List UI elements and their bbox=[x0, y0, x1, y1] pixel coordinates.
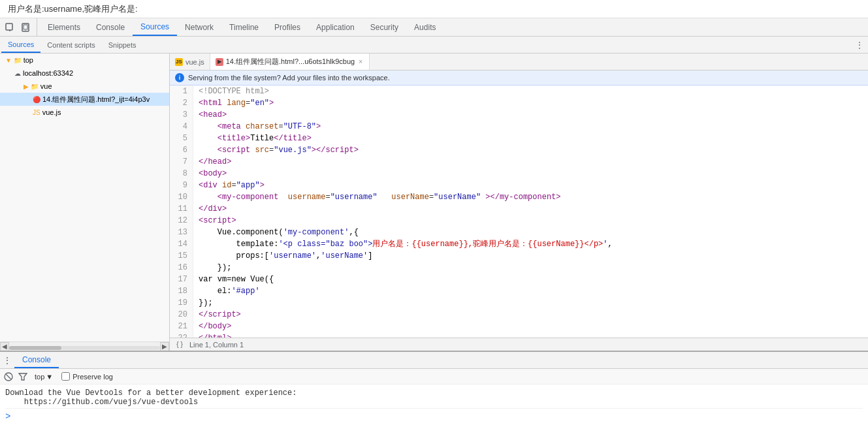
line-number-6: 6 bbox=[175, 144, 187, 156]
sources-tab-more-btn[interactable]: ⋮ bbox=[852, 38, 867, 52]
code-line-1: <!DOCTYPE html> bbox=[199, 86, 863, 97]
tree-nav-left[interactable]: ◀ bbox=[0, 342, 9, 351]
file-tree-bottom: ◀ ▶ bbox=[0, 341, 169, 351]
line-number-20: 20 bbox=[175, 309, 187, 321]
devtools-tab-security[interactable]: Security bbox=[362, 18, 406, 36]
code-editor: JSvue.js▶14.组件属性问题.html?...u6ots1hlk9cbu… bbox=[170, 54, 868, 351]
top-dropdown[interactable]: top ▼ bbox=[31, 371, 56, 383]
devtools-tab-audits[interactable]: Audits bbox=[406, 18, 443, 36]
top-dropdown-label: top bbox=[35, 373, 44, 381]
toolbar-icons bbox=[3, 18, 37, 36]
console-message: Download the Vue Devtools for a better d… bbox=[5, 387, 863, 409]
server-icon: ☁ bbox=[14, 70, 21, 77]
line-number-11: 11 bbox=[175, 203, 187, 215]
file-tree: ▼ 📁top☁localhost:63342▶ 📁vue🔴14.组件属性问题.h… bbox=[0, 54, 169, 341]
line-number-9: 9 bbox=[175, 180, 187, 191]
h-scrollbar bbox=[9, 346, 160, 350]
devtools: ElementsConsoleSourcesNetworkTimelinePro… bbox=[0, 18, 868, 442]
code-line-18: el:'#app' bbox=[199, 285, 863, 297]
console-toolbar: top ▼ Preserve log bbox=[0, 369, 868, 385]
editor-tabs: JSvue.js▶14.组件属性问题.html?...u6ots1hlk9cbu… bbox=[170, 54, 868, 71]
inspect-icon[interactable] bbox=[3, 20, 17, 35]
code-lines[interactable]: <!DOCTYPE html><html lang="en"><head> <m… bbox=[193, 86, 868, 338]
folder-icon: ▶ 📁 bbox=[24, 83, 39, 90]
console-menu-btn[interactable]: ⋮ bbox=[0, 353, 14, 368]
filter-icon[interactable] bbox=[17, 371, 29, 383]
devtools-tab-sources[interactable]: Sources bbox=[133, 18, 177, 36]
code-line-20: </script> bbox=[199, 309, 863, 321]
device-icon[interactable] bbox=[18, 20, 33, 35]
tree-item-html-file[interactable]: 🔴14.组件属性问题.html?_ijt=4i4p3v bbox=[0, 93, 169, 106]
console-content[interactable]: Download the Vue Devtools for a better d… bbox=[0, 385, 868, 442]
code-line-10: <my-component username="username" userNa… bbox=[199, 191, 863, 203]
line-number-10: 10 bbox=[175, 191, 187, 203]
line-number-17: 17 bbox=[175, 274, 187, 285]
line-number-16: 16 bbox=[175, 262, 187, 274]
code-line-9: <div id="app"> bbox=[199, 180, 863, 191]
folder-icon: ▼ 📁 bbox=[5, 57, 22, 64]
devtools-tab-elements[interactable]: Elements bbox=[40, 18, 88, 36]
curly-braces-icon: { } bbox=[175, 340, 184, 349]
tree-item-localhost[interactable]: ☁localhost:63342 bbox=[0, 67, 169, 80]
devtools-tab-console[interactable]: Console bbox=[88, 18, 133, 36]
line-number-22: 22 bbox=[175, 332, 187, 338]
clear-console-icon[interactable] bbox=[3, 371, 14, 383]
tree-item-label: vue bbox=[40, 82, 52, 90]
status-bar: { } Line 1, Column 1 bbox=[170, 338, 868, 351]
notification-icon: i bbox=[175, 73, 184, 82]
html-file-icon: 🔴 bbox=[33, 96, 40, 103]
code-line-13: Vue.component('my-component',{ bbox=[199, 227, 863, 238]
h-scrollbar-thumb bbox=[9, 346, 61, 350]
editor-tab-close-btn[interactable]: × bbox=[357, 58, 364, 65]
status-text: Line 1, Column 1 bbox=[189, 341, 244, 349]
tree-item-vue-folder[interactable]: ▶ 📁vue bbox=[0, 80, 169, 93]
page-content: 用户名是:username,驼峰用户名是: bbox=[0, 0, 868, 18]
editor-tab-html-file[interactable]: ▶14.组件属性问题.html?...u6ots1hlk9cbug× bbox=[210, 54, 370, 70]
devtools-body: SourcesContent scriptsSnippets⋮ ▼ 📁top☁l… bbox=[0, 37, 868, 351]
code-line-4: <meta charset="UTF-8"> bbox=[199, 121, 863, 133]
code-line-12: <script> bbox=[199, 215, 863, 227]
svg-rect-3 bbox=[24, 25, 27, 29]
devtools-tab-timeline[interactable]: Timeline bbox=[221, 18, 266, 36]
line-number-8: 8 bbox=[175, 168, 187, 180]
tree-item-label: vue.js bbox=[42, 108, 61, 116]
line-number-19: 19 bbox=[175, 297, 187, 309]
devtools-tabs: ElementsConsoleSourcesNetworkTimelinePro… bbox=[40, 18, 443, 36]
file-tree-wrapper: ▼ 📁top☁localhost:63342▶ 📁vue🔴14.组件属性问题.h… bbox=[0, 54, 170, 351]
code-line-22: </html> bbox=[199, 332, 863, 338]
console-panel: ⋮ Console top ▼ Preserve log Downloa bbox=[0, 351, 868, 442]
sources-tab-content_scripts[interactable]: Content scripts bbox=[40, 37, 101, 53]
sources-sub-tabs: SourcesContent scriptsSnippets⋮ bbox=[0, 37, 868, 54]
line-number-14: 14 bbox=[175, 238, 187, 250]
file-tree-scroll-area[interactable] bbox=[9, 344, 160, 349]
console-tab-label: Console bbox=[22, 355, 51, 364]
line-numbers: 12345678910111213141516171819202122 bbox=[170, 86, 193, 338]
devtools-tab-profiles[interactable]: Profiles bbox=[266, 18, 308, 36]
tree-item-top[interactable]: ▼ 📁top bbox=[0, 54, 169, 67]
notification-text: Serving from the file system? Add your f… bbox=[188, 74, 390, 82]
devtools-tab-network[interactable]: Network bbox=[177, 18, 221, 36]
code-area[interactable]: 12345678910111213141516171819202122 <!DO… bbox=[170, 86, 868, 338]
editor-tab-vue-js[interactable]: JSvue.js bbox=[170, 54, 210, 70]
console-tab[interactable]: Console bbox=[14, 352, 59, 368]
line-number-7: 7 bbox=[175, 156, 187, 168]
devtools-tab-application[interactable]: Application bbox=[308, 18, 362, 36]
editor-tab-label: 14.组件属性问题.html?...u6ots1hlk9cbug bbox=[226, 57, 355, 67]
sources-tab-snippets[interactable]: Snippets bbox=[102, 37, 143, 53]
line-number-15: 15 bbox=[175, 250, 187, 262]
line-number-12: 12 bbox=[175, 215, 187, 227]
tree-item-label: top bbox=[24, 56, 33, 64]
top-dropdown-arrow: ▼ bbox=[46, 373, 53, 381]
console-tabs: ⋮ Console bbox=[0, 352, 868, 369]
svg-point-4 bbox=[25, 30, 26, 31]
tree-item-js-file[interactable]: JSvue.js bbox=[0, 106, 169, 119]
console-prompt[interactable]: > bbox=[5, 409, 863, 424]
sources-panel: SourcesContent scriptsSnippets⋮ ▼ 📁top☁l… bbox=[0, 37, 868, 351]
editor-tab-label: vue.js bbox=[185, 58, 204, 66]
sources-editor-area: ▼ 📁top☁localhost:63342▶ 📁vue🔴14.组件属性问题.h… bbox=[0, 54, 868, 351]
code-line-17: var vm=new Vue({ bbox=[199, 274, 863, 285]
tree-nav-right[interactable]: ▶ bbox=[160, 342, 169, 351]
preserve-log-checkbox[interactable] bbox=[61, 372, 70, 381]
notification-bar: i Serving from the file system? Add your… bbox=[170, 71, 868, 86]
sources-tab-sources[interactable]: Sources bbox=[1, 37, 40, 53]
